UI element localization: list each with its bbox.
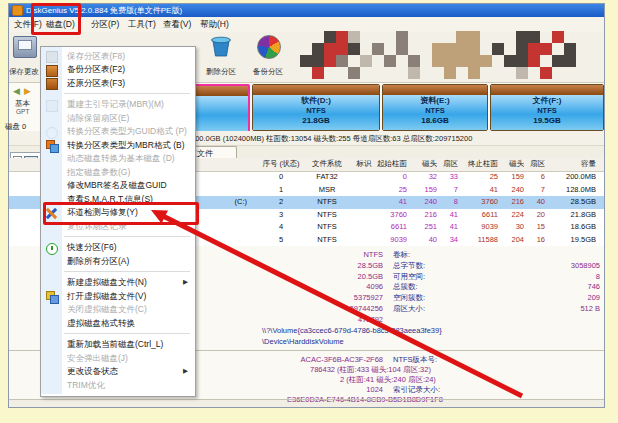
menu-item-reset-bad-sector-records[interactable]: 复位坏扇区记录 [41,219,193,233]
backup-partition-button[interactable]: 备份分区 [246,34,290,79]
cell-eh: 204 [500,235,524,244]
menu-item-close-virtual-disk[interactable]: 关闭虚拟磁盘文件(C) [41,303,193,317]
menu-item-open-virtual-disk[interactable]: 打开虚拟磁盘文件(V) [41,289,193,303]
partition-size: 21.8GB [253,115,379,126]
cell-es: 15 [523,222,545,231]
mosaic-cell [384,55,396,67]
menu-item-convert-to-mbr[interactable]: 转换分区表类型为MBR格式 (B) [41,138,193,152]
menu-item-label: 坏道检测与修复(Y) [67,207,138,219]
menu-disk[interactable]: 磁盘(D) [46,19,75,31]
mosaic-cell [468,55,480,67]
column-header: 磁头 [412,159,437,169]
menu-item-set-disk-params[interactable]: 指定磁盘参数(G) [41,165,193,179]
cell-cap: 18.6GB [548,222,596,231]
menu-item-label: 重建主引导记录(MBR)(M) [67,99,164,111]
detail-label: 空闲簇数: [393,293,425,303]
menu-view[interactable]: 查看(V) [163,19,191,31]
partition-size: 19.5GB [491,115,603,126]
menu-item-rebuild-mbr[interactable]: 重建主引导记录(MBR)(M) [41,98,193,112]
menu-item-label: 安全弹出磁盘(J) [67,353,128,365]
cell-fs: FAT32 [306,172,348,181]
partition-box-e[interactable]: 资料(E:)NTFS18.6GB [382,84,488,131]
cell-ec: 9039 [462,222,498,231]
column-header: 起始柱面 [372,159,407,169]
menu-item-trim-optimize[interactable]: TRIM优化 [41,378,193,392]
mosaic-cell [432,55,444,67]
detail-value-right: 746 [480,282,600,291]
cell-eh: 159 [500,172,524,181]
mosaic-cell [504,55,516,67]
menu-help[interactable]: 帮助(H) [200,19,229,31]
menu-item-label: 动态磁盘转换为基本磁盘 (D) [67,153,175,165]
save-changes-icon [13,36,37,58]
delete-partition-button[interactable]: 删除分区 [199,34,243,79]
partition-box-body: 软件(D:)NTFS21.8GB [253,95,379,130]
screenshot-root: { "window": { "title": "DiskGenius V5.2.… [0,0,618,423]
column-header: 序号 (状态) [250,159,312,169]
detail-label: 可用空间: [393,272,425,282]
menu-file[interactable]: 文件(F) [14,19,42,31]
mosaic-cell [312,55,324,67]
detail-value-left: 473792 [300,315,383,324]
mosaic-cell [408,67,420,79]
convert-to-mbr-icon [46,140,55,149]
menu-item-bad-track-check-repair[interactable]: 坏道检测与修复(Y) [41,206,193,220]
cell-ec: 11588 [462,235,498,244]
cell-es: 6 [523,172,545,181]
cell-eh: 30 [500,222,524,231]
menu-item-quick-partition[interactable]: 快速分区(F6) [41,241,193,255]
detail-line: 2 (柱面:41 磁头:240 扇区:24) [340,375,436,385]
mosaic-cell [348,31,360,43]
nav-next-icon[interactable]: ▶ [24,86,31,96]
cell-sc: 0 [372,172,407,181]
menu-item-delete-all-partitions[interactable]: 删除所有分区(A) [41,254,193,268]
menu-item-virtual-disk-convert[interactable]: 虚拟磁盘格式转换 [41,316,193,330]
menu-item-change-device-status[interactable]: 更改设备状态▶ [41,365,193,379]
menu-item-backup-partition-table[interactable]: 备份分区表(F2) [41,63,193,77]
menu-item-dynamic-to-basic[interactable]: 动态磁盘转换为基本磁盘 (D) [41,152,193,166]
menu-item-clear-reserved-sectors[interactable]: 清除保留扇区(E) [41,111,193,125]
cell-eh: 240 [500,185,524,194]
menu-item-save-partition-table[interactable]: 保存分区表(F8) [41,49,193,63]
menu-tools[interactable]: 工具(T) [128,19,156,31]
mosaic-cell [372,43,384,55]
menu-item-label: TRIM优化 [67,380,105,392]
detail-label: 总簇数: [393,282,418,292]
detail-line: 786432 (柱面:433 磁头:104 扇区:32) [310,365,431,375]
menu-item-label: 清除保留扇区(E) [67,113,129,125]
trash-icon [208,34,234,62]
partition-box-f[interactable]: 文件(F:)NTFS19.5GB [490,84,604,131]
nav-prev-icon[interactable]: ◀ [13,86,20,96]
menu-separator [64,236,190,237]
cell-no: 1 [250,185,312,194]
menu-item-new-virtual-disk[interactable]: 新建虚拟磁盘文件(N)▶ [41,276,193,290]
cell-ss: 33 [436,172,458,181]
mosaic-cell [468,67,480,79]
menu-item-label: 指定磁盘参数(G) [67,167,130,179]
menu-item-reload-current-disk[interactable]: 重新加载当前磁盘(Ctrl_L) [41,338,193,352]
mosaic-cell [516,67,528,79]
backup-pie-icon [257,35,281,59]
mosaic-cell [432,43,444,55]
detail-label: NTFS版本号: [393,355,437,365]
menu-item-view-smart-info[interactable]: 查看S.M.A.R.T.信息(S) [41,192,193,206]
restore-partition-table-icon [46,78,58,90]
backup-partition-table-icon [46,65,58,77]
quick-partition-icon [46,243,58,255]
menu-item-safe-eject-disk[interactable]: 安全弹出磁盘(J) [41,351,193,365]
partition-box-d[interactable]: 软件(D:)NTFS21.8GB [252,84,380,131]
cell-no: 5 [250,235,312,244]
mosaic-cell [300,55,312,67]
mosaic-cell [348,67,360,79]
detail-value-left: NTFS [300,250,383,259]
menu-item-label: 新建虚拟磁盘文件(N) [67,277,147,289]
mosaic-cell [540,67,552,79]
cell-cap: 28.5GB [548,197,596,206]
mosaic-cell [312,43,324,55]
cell-sc: 3760 [372,210,407,219]
menu-item-modify-mbr-signature[interactable]: 修改MBR签名及磁盘GUID [41,179,193,193]
menu-item-restore-partition-table[interactable]: 还原分区表(F3) [41,76,193,90]
menu-item-convert-to-guid[interactable]: 转换分区表类型为GUID格式 (P) [41,125,193,139]
window-title: DiskGenius V5.2.0.884 免费版(单文件PE版) [26,5,182,16]
menu-partition[interactable]: 分区(P) [91,19,119,31]
